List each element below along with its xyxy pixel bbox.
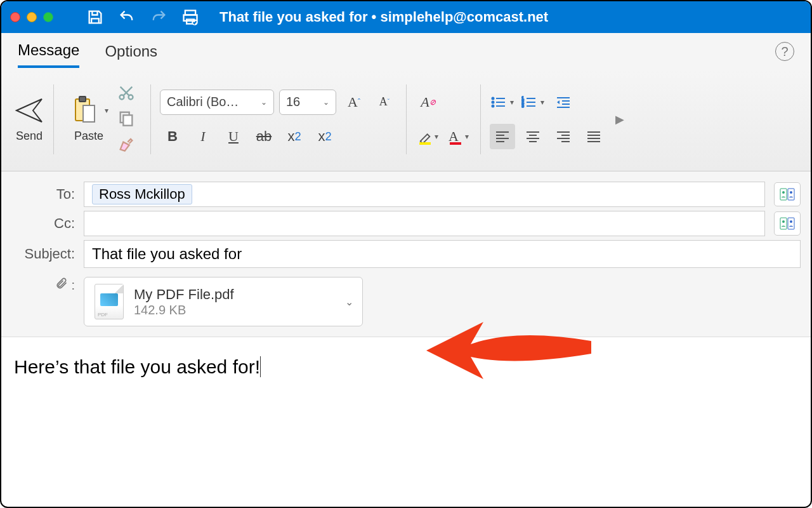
attachment-item[interactable]: My PDF File.pdf 142.9 KB ⌄ — [84, 277, 363, 326]
tab-message[interactable]: Message — [18, 35, 79, 68]
color-group: A⊘ ▾ A ▾ — [416, 90, 471, 149]
numbering-button[interactable]: 123 ▾ — [520, 90, 546, 115]
zoom-window-button[interactable] — [43, 12, 53, 22]
svg-point-13 — [492, 101, 494, 103]
message-body[interactable]: Here’s that file you asked for! — [1, 337, 811, 397]
bullets-button[interactable]: ▾ — [490, 90, 515, 115]
attachment-options-button[interactable]: ⌄ — [345, 296, 353, 308]
chevron-down-icon: ▾ — [540, 98, 544, 107]
file-thumbnail-icon — [95, 284, 124, 319]
underline-button[interactable]: U — [221, 124, 246, 149]
ribbon-overflow-button[interactable]: ▶ — [613, 112, 627, 126]
font-family-value: Calibri (Bo… — [167, 95, 239, 109]
svg-point-15 — [492, 105, 494, 107]
window-title: That file you asked for • simplehelp@com… — [219, 9, 548, 25]
paste-button[interactable]: ▾ Paste — [69, 95, 108, 143]
redo-icon[interactable] — [150, 8, 167, 26]
font-size-select[interactable]: 16 ⌄ — [279, 90, 336, 115]
save-icon[interactable] — [86, 8, 104, 26]
svg-point-45 — [782, 191, 785, 194]
titlebar-quick-actions — [86, 8, 199, 26]
clipboard-group: ▾ Paste — [63, 84, 141, 155]
chevron-down-icon: ⌄ — [323, 98, 329, 107]
strikethrough-button[interactable]: ab — [251, 124, 277, 149]
body-text: Here’s that file you asked for! — [14, 356, 260, 377]
font-color-button[interactable]: A ▾ — [446, 124, 471, 149]
compose-window: That file you asked for • simplehelp@com… — [0, 0, 812, 508]
cut-icon[interactable] — [117, 84, 135, 104]
address-book-to-button[interactable] — [774, 182, 801, 206]
svg-rect-6 — [83, 105, 95, 122]
subscript-button[interactable]: x2 — [282, 124, 307, 149]
italic-button[interactable]: I — [190, 124, 216, 149]
to-label: To: — [11, 186, 75, 203]
subject-label: Subject: — [11, 246, 75, 262]
window-controls — [10, 12, 53, 22]
bold-button[interactable]: B — [160, 124, 185, 149]
chevron-down-icon: ▾ — [510, 98, 514, 107]
copy-icon[interactable] — [117, 109, 135, 130]
close-window-button[interactable] — [10, 12, 20, 22]
ribbon-tabs: Message Options ? — [1, 33, 811, 70]
paste-label: Paste — [74, 130, 103, 143]
align-center-button[interactable] — [520, 124, 546, 149]
svg-rect-5 — [79, 97, 86, 102]
undo-icon[interactable] — [118, 8, 136, 26]
shrink-font-button[interactable]: Aˇ — [372, 90, 397, 115]
attachment-filename: My PDF File.pdf — [134, 286, 234, 303]
svg-rect-47 — [780, 218, 787, 229]
svg-text:3: 3 — [521, 104, 524, 108]
attachment-label: : — [11, 277, 75, 293]
chevron-down-icon: ▾ — [465, 132, 469, 141]
paperclip-icon — [55, 278, 72, 292]
chevron-down-icon: ⌄ — [261, 98, 267, 107]
format-painter-icon[interactable] — [117, 135, 135, 155]
svg-rect-48 — [788, 218, 794, 229]
justify-button[interactable] — [581, 124, 606, 149]
svg-point-50 — [790, 220, 792, 223]
highlight-color-button[interactable]: ▾ — [416, 124, 441, 149]
svg-point-46 — [790, 191, 792, 194]
align-left-button[interactable] — [490, 124, 515, 149]
decrease-indent-button[interactable] — [551, 90, 576, 115]
recipient-chip[interactable]: Ross Mckillop — [92, 184, 192, 204]
font-family-select[interactable]: Calibri (Bo… ⌄ — [160, 90, 274, 115]
svg-rect-10 — [123, 115, 132, 125]
superscript-button[interactable]: x2 — [312, 124, 337, 149]
send-button[interactable]: Send — [14, 95, 44, 143]
align-right-button[interactable] — [551, 124, 576, 149]
cc-label: Cc: — [11, 215, 75, 232]
chevron-down-icon: ▾ — [435, 132, 438, 141]
print-icon[interactable] — [181, 8, 199, 26]
chevron-down-icon: ▾ — [105, 106, 108, 115]
subject-input[interactable] — [84, 240, 801, 268]
tab-options[interactable]: Options — [105, 36, 157, 67]
address-book-cc-button[interactable] — [774, 211, 801, 236]
font-group: Calibri (Bo… ⌄ 16 ⌄ Aˆ Aˇ B I U ab x2 x2 — [160, 90, 397, 149]
grow-font-button[interactable]: Aˆ — [341, 90, 367, 115]
svg-rect-44 — [788, 189, 794, 200]
message-header: To: Ross Mckillop Cc: Subject: : — [1, 171, 811, 337]
svg-point-11 — [492, 97, 494, 99]
svg-point-49 — [782, 220, 785, 223]
send-label: Send — [16, 130, 43, 143]
to-field[interactable]: Ross Mckillop — [84, 182, 765, 207]
clear-formatting-button[interactable]: A⊘ — [416, 90, 441, 115]
attachment-filesize: 142.9 KB — [134, 303, 234, 318]
help-button[interactable]: ? — [775, 42, 794, 61]
font-size-value: 16 — [286, 95, 300, 109]
paragraph-group: ▾ 123 ▾ — [490, 90, 606, 149]
minimize-window-button[interactable] — [27, 12, 37, 22]
ribbon: Send ▾ Paste Calibri (Bo… ⌄ — [1, 70, 811, 171]
svg-rect-43 — [780, 189, 787, 200]
cc-field[interactable] — [84, 211, 765, 236]
titlebar: That file you asked for • simplehelp@com… — [1, 1, 811, 33]
